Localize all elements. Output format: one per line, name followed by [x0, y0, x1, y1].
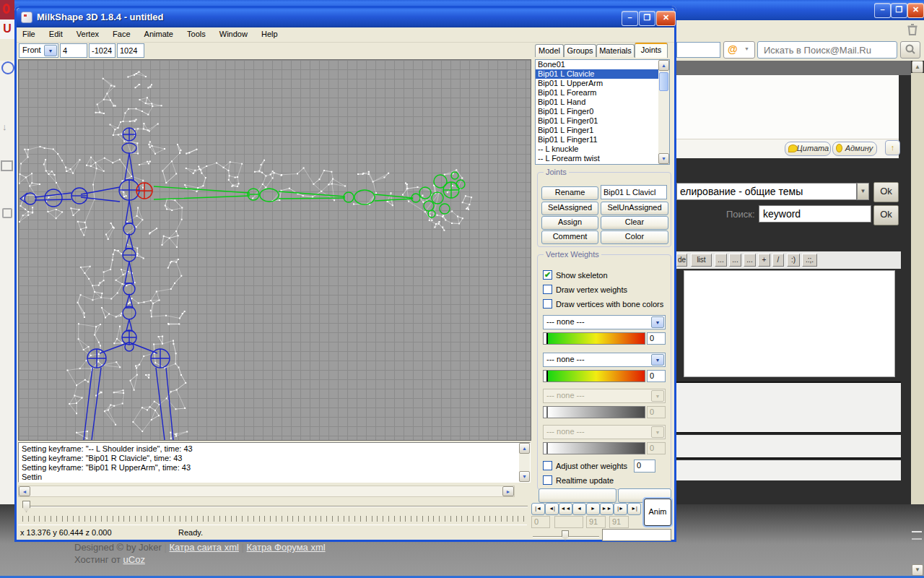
list-item[interactable]: Bone01: [536, 60, 669, 69]
log-scroll-down-icon[interactable]: ▼: [519, 471, 530, 482]
editor-btn-dots1[interactable]: ...: [715, 254, 727, 267]
playback-first-frame-button[interactable]: |◄: [531, 503, 545, 515]
copyright-badge-icon[interactable]: [1, 61, 14, 74]
clear-button[interactable]: Clear: [601, 216, 668, 230]
weight-bone-select-1[interactable]: --- none ---▼: [543, 315, 666, 329]
chevron-down-icon[interactable]: ▼: [651, 354, 664, 366]
chevron-down-icon[interactable]: ▼: [44, 45, 57, 56]
scrollbar-up-icon[interactable]: ▲: [912, 61, 923, 73]
ms-maximize-button[interactable]: ❐: [639, 11, 655, 26]
playback-step-forward-button[interactable]: ►: [586, 503, 600, 515]
trash-icon[interactable]: [907, 23, 918, 35]
playback-step-back-button[interactable]: ◄: [572, 503, 586, 515]
rename-button[interactable]: Rename: [541, 186, 598, 200]
comment-button[interactable]: Comment: [541, 230, 598, 244]
chevron-down-icon[interactable]: ▼: [651, 316, 664, 328]
hscroll-right-icon[interactable]: ►: [502, 486, 514, 496]
scrollbar-grip-icon[interactable]: [912, 531, 922, 540]
list-item[interactable]: -- L knuckle: [536, 144, 669, 154]
joints-list[interactable]: Bone01 Bip01 L Clavicle Bip01 L UpperArm…: [535, 59, 670, 165]
editor-btn-plus[interactable]: +: [758, 254, 770, 267]
editor-btn-smiley[interactable]: :): [787, 254, 800, 267]
list-item[interactable]: Bip01 L Hand: [536, 98, 669, 107]
admin-button[interactable]: Админу: [832, 142, 877, 156]
joint-name-field[interactable]: [601, 185, 667, 199]
sel-unassigned-button[interactable]: SelUnAssigned: [601, 202, 668, 215]
tab-groups[interactable]: Groups: [564, 44, 596, 57]
viewport-front[interactable]: [18, 59, 531, 441]
tab-model[interactable]: Model: [535, 44, 564, 57]
list-item[interactable]: Bip01 L Finger01: [536, 116, 669, 126]
editor-btn-dots3[interactable]: ...: [744, 254, 756, 267]
menu-face[interactable]: Face: [107, 27, 136, 41]
browser-minimize-button[interactable]: –: [874, 3, 891, 18]
forum-search-ok-button[interactable]: Ok: [873, 205, 899, 225]
weight-slider-2[interactable]: [543, 370, 645, 382]
sel-assigned-button[interactable]: SelAssigned: [541, 202, 598, 215]
search-go-button[interactable]: [900, 41, 920, 59]
browser-close-button[interactable]: ✕: [907, 3, 924, 18]
search-input[interactable]: [757, 41, 897, 59]
quote-button[interactable]: Цитата: [785, 142, 831, 156]
adjust-other-weights-checkbox[interactable]: [543, 461, 552, 470]
menu-animate[interactable]: Animate: [139, 27, 179, 41]
weight-bone-select-2[interactable]: --- none ---▼: [543, 353, 666, 367]
adjust-weight-field[interactable]: 0: [634, 460, 655, 473]
assign-button[interactable]: Assign: [541, 216, 598, 230]
address-field-fragment[interactable]: [676, 42, 720, 58]
draw-vertex-weights-checkbox[interactable]: [543, 285, 552, 294]
footer-forummap-link[interactable]: Катра Форума xml: [247, 542, 326, 553]
playback-forward-button[interactable]: ►►: [600, 503, 614, 515]
list-item[interactable]: -- L Forearm twist: [536, 154, 669, 163]
list-scroll-thumb[interactable]: [659, 72, 668, 91]
editor-btn-code[interactable]: de: [676, 254, 687, 267]
download-icon[interactable]: ↓: [2, 121, 7, 132]
weight-value-1[interactable]: 0: [647, 332, 666, 345]
editor-btn-misc[interactable]: .:;.: [802, 254, 817, 267]
list-item-selected[interactable]: Bip01 L Clavicle: [536, 69, 669, 79]
realtime-update-checkbox[interactable]: [543, 475, 552, 485]
tab-materials[interactable]: Materials: [596, 44, 635, 57]
menu-edit[interactable]: Edit: [43, 27, 69, 41]
view-select[interactable]: Front ▼: [19, 43, 58, 58]
footer-ucoz-link[interactable]: uCoz: [123, 554, 145, 565]
image-placeholder-icon[interactable]: [1, 160, 13, 171]
playback-rewind-button[interactable]: ◄◄: [559, 503, 572, 515]
hscroll-left-icon[interactable]: ◄: [19, 486, 30, 496]
list-item[interactable]: Bip01 L Finger0: [536, 107, 669, 116]
editor-btn-slash[interactable]: /: [772, 254, 784, 267]
keyframe-timeline[interactable]: [18, 499, 531, 523]
playback-next-key-button[interactable]: |►: [614, 503, 627, 515]
menu-help[interactable]: Help: [256, 27, 284, 41]
ms-close-button[interactable]: ✕: [656, 11, 676, 26]
topic-ok-button[interactable]: Ok: [873, 182, 899, 202]
timeline-marker[interactable]: [22, 501, 30, 512]
milkshape-titlebar[interactable]: MilkShape 3D 1.8.4 - untitled – ❐ ✕: [17, 8, 674, 27]
topic-select[interactable]: елирование - общие темы: [676, 183, 857, 200]
grid-size-field[interactable]: [60, 43, 87, 58]
playback-last-frame-button[interactable]: ►|: [627, 503, 641, 515]
message-log[interactable]: Setting keyframe: "-- L Shoulder inside"…: [18, 442, 531, 483]
log-scrollbar[interactable]: ▲ ▼: [519, 443, 530, 482]
clipped-button-left[interactable]: [539, 488, 616, 503]
mailru-engine-button[interactable]: @ ▼: [723, 41, 755, 59]
playback-prev-key-button[interactable]: ◄|: [545, 503, 559, 515]
list-scroll-up-icon[interactable]: ▲: [658, 60, 669, 71]
show-skeleton-checkbox[interactable]: ✔: [543, 270, 552, 280]
page-scrollbar-track[interactable]: [911, 73, 924, 506]
anim-slider-handle[interactable]: [562, 530, 569, 540]
menu-file[interactable]: File: [17, 27, 41, 41]
scroll-top-button[interactable]: ↑: [885, 140, 900, 155]
range-min-field[interactable]: [89, 43, 116, 58]
ms-minimize-button[interactable]: –: [622, 11, 638, 26]
list-scroll-down-icon[interactable]: ▼: [658, 153, 669, 164]
anim-toggle-button[interactable]: Anim: [644, 499, 671, 526]
log-scroll-up-icon[interactable]: ▲: [519, 443, 530, 454]
menu-vertex[interactable]: Vertex: [71, 27, 105, 41]
editor-btn-list[interactable]: list: [691, 254, 712, 267]
joints-list-scrollbar[interactable]: ▲ ▼: [658, 60, 669, 164]
draw-bone-colors-checkbox[interactable]: [543, 299, 552, 309]
viewport-hscrollbar[interactable]: ◄ ►: [18, 486, 515, 497]
footer-sitemap-link[interactable]: Катра саита xml: [170, 542, 239, 553]
list-item[interactable]: Bip01 L UpperArm: [536, 79, 669, 88]
